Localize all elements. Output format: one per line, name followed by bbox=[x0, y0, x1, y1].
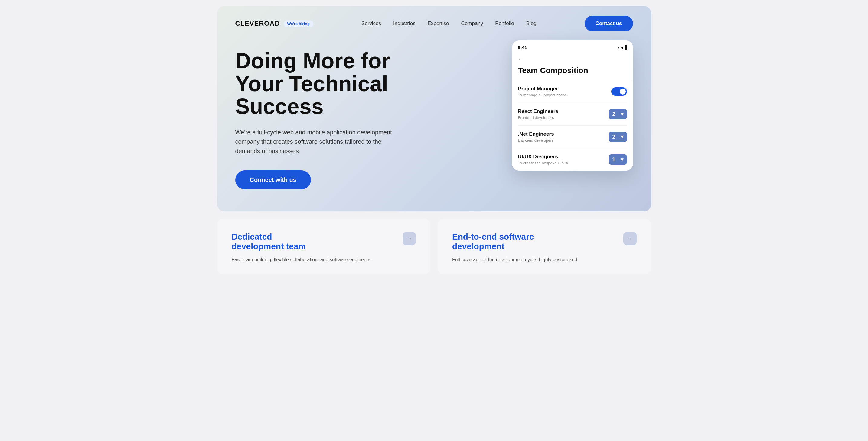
battery-icon: ▐ bbox=[624, 45, 627, 50]
dotnet-number-value: 2 bbox=[613, 134, 616, 140]
uiux-number-selector[interactable]: 1 ▾ bbox=[609, 154, 627, 165]
back-arrow-icon[interactable]: ← bbox=[518, 55, 627, 62]
card-header-2: End-to-end software development → bbox=[452, 232, 637, 251]
chevron-down-icon: ▾ bbox=[621, 111, 623, 117]
team-item-name-uiux: UI/UX Designers bbox=[518, 154, 568, 160]
phone-screen-title: Team Composition bbox=[518, 66, 627, 75]
hero-content: Doing More for Your Technical Success We… bbox=[235, 43, 633, 190]
team-item-info-react: React Engineers Frontend developers bbox=[518, 108, 558, 120]
hero-title: Doing More for Your Technical Success bbox=[235, 49, 411, 118]
card-dedicated-team: Dedicated development team → Fast team b… bbox=[217, 219, 431, 274]
hero-text: Doing More for Your Technical Success We… bbox=[235, 43, 411, 190]
cards-section: Dedicated development team → Fast team b… bbox=[217, 219, 651, 274]
nav-link-portfolio[interactable]: Portfolio bbox=[495, 21, 514, 26]
team-item-name-react: React Engineers bbox=[518, 108, 558, 114]
nav-item-portfolio[interactable]: Portfolio bbox=[495, 21, 514, 27]
team-item-name-pm: Project Manager bbox=[518, 86, 567, 92]
phone-status-bar: 9:41 ▾ ◂ ▐ bbox=[512, 40, 633, 53]
signal-icon: ◂ bbox=[621, 45, 623, 50]
react-number-selector[interactable]: 2 ▾ bbox=[609, 109, 627, 119]
nav-item-expertise[interactable]: Expertise bbox=[428, 21, 449, 27]
hiring-badge: We're hiring bbox=[284, 20, 313, 27]
hero-section: CLEVEROAD We're hiring Services Industri… bbox=[217, 6, 651, 211]
phone-mockup: 9:41 ▾ ◂ ▐ ← Team Composition Project bbox=[512, 40, 633, 171]
card-title-2: End-to-end software development bbox=[452, 232, 543, 251]
card-end-to-end: End-to-end software development → Full c… bbox=[438, 219, 651, 274]
contact-button[interactable]: Contact us bbox=[585, 16, 633, 31]
logo-text: CLEVEROAD bbox=[235, 20, 280, 28]
react-number-value: 2 bbox=[613, 111, 616, 117]
nav-link-company[interactable]: Company bbox=[461, 21, 483, 26]
phone-body: Project Manager To manage all project sc… bbox=[512, 80, 633, 171]
pm-toggle[interactable] bbox=[611, 87, 627, 96]
nav-item-industries[interactable]: Industries bbox=[393, 21, 415, 27]
connect-with-us-button[interactable]: Connect with us bbox=[235, 170, 311, 190]
hero-subtitle: We're a full-cycle web and mobile applic… bbox=[235, 128, 393, 156]
nav-item-services[interactable]: Services bbox=[362, 21, 381, 27]
team-item-name-dotnet: .Net Engineers bbox=[518, 131, 554, 137]
card-header-1: Dedicated development team → bbox=[232, 232, 416, 251]
nav-item-company[interactable]: Company bbox=[461, 21, 483, 27]
team-item-desc-uiux: To create the bespoke UI/UX bbox=[518, 161, 568, 165]
nav-link-industries[interactable]: Industries bbox=[393, 21, 415, 26]
team-item-info-pm: Project Manager To manage all project sc… bbox=[518, 86, 567, 97]
nav-links: Services Industries Expertise Company Po… bbox=[362, 21, 536, 27]
phone-header: ← Team Composition bbox=[512, 53, 633, 80]
team-item-desc-dotnet: Backend developers bbox=[518, 138, 554, 143]
nav-item-blog[interactable]: Blog bbox=[526, 21, 536, 27]
team-item-desc-pm: To manage all project scope bbox=[518, 93, 567, 97]
team-item-uiux: UI/UX Designers To create the bespoke UI… bbox=[518, 148, 627, 171]
dotnet-number-selector[interactable]: 2 ▾ bbox=[609, 132, 627, 142]
card-title-1: Dedicated development team bbox=[232, 232, 322, 251]
nav-link-expertise[interactable]: Expertise bbox=[428, 21, 449, 26]
card-description-1: Fast team building, flexible collaborati… bbox=[232, 256, 416, 263]
card-description-2: Full coverage of the development cycle, … bbox=[452, 256, 637, 263]
toggle-circle bbox=[620, 89, 626, 95]
team-item-react: React Engineers Frontend developers 2 ▾ bbox=[518, 103, 627, 126]
wifi-icon: ▾ bbox=[617, 45, 619, 50]
team-item-project-manager: Project Manager To manage all project sc… bbox=[518, 80, 627, 103]
page-wrapper: CLEVEROAD We're hiring Services Industri… bbox=[217, 6, 651, 274]
nav: CLEVEROAD We're hiring Services Industri… bbox=[235, 6, 633, 43]
nav-link-blog[interactable]: Blog bbox=[526, 21, 536, 26]
team-item-info-uiux: UI/UX Designers To create the bespoke UI… bbox=[518, 154, 568, 165]
chevron-down-icon-2: ▾ bbox=[621, 134, 623, 140]
team-item-dotnet: .Net Engineers Backend developers 2 ▾ bbox=[518, 126, 627, 148]
logo-area: CLEVEROAD We're hiring bbox=[235, 20, 313, 28]
card-arrow-button-2[interactable]: → bbox=[623, 232, 637, 245]
team-item-info-dotnet: .Net Engineers Backend developers bbox=[518, 131, 554, 143]
status-icons: ▾ ◂ ▐ bbox=[617, 45, 627, 50]
card-arrow-button-1[interactable]: → bbox=[403, 232, 416, 245]
chevron-down-icon-3: ▾ bbox=[621, 156, 623, 163]
nav-link-services[interactable]: Services bbox=[362, 21, 381, 26]
uiux-number-value: 1 bbox=[613, 157, 616, 163]
team-item-desc-react: Frontend developers bbox=[518, 115, 558, 120]
status-time: 9:41 bbox=[518, 45, 527, 50]
